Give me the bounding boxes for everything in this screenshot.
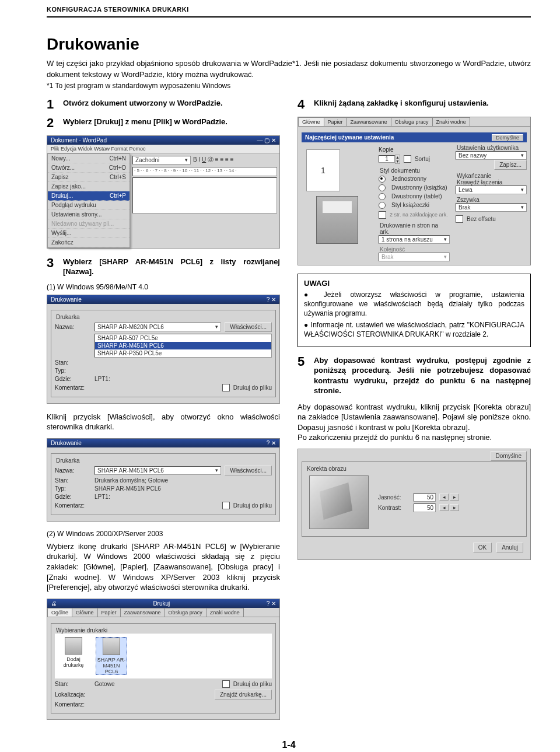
radio-label: Dwustronny (książka) bbox=[391, 184, 447, 191]
komentarz-label: Komentarz: bbox=[55, 502, 91, 509]
printer-icon bbox=[103, 638, 120, 655]
printer-list[interactable]: SHARP AR-507 PCL5e SHARP AR-M451N PCL6 S… bbox=[94, 334, 272, 358]
brightness-buttons[interactable]: ◂▸ bbox=[439, 494, 459, 501]
radio-label: Dwustronny (tablet) bbox=[391, 193, 442, 200]
menu-item[interactable]: Zakończ bbox=[48, 238, 130, 247]
step-5-body: Aby dopasować kontrast wydruku, kliknij … bbox=[298, 402, 531, 443]
radio-onesided[interactable] bbox=[379, 176, 386, 183]
tab-main[interactable]: Główne bbox=[298, 117, 324, 126]
nup-combo[interactable]: 1 strona na arkuszu▾ bbox=[379, 235, 450, 244]
tab-paper[interactable]: Papier bbox=[97, 608, 121, 617]
notes-title: UWAGI bbox=[304, 279, 524, 288]
no-offset-checkbox[interactable] bbox=[456, 215, 463, 223]
user-settings-combo[interactable]: Bez nazwy▾ bbox=[456, 151, 527, 160]
staple-label: Zszywka bbox=[456, 197, 527, 203]
copies-value[interactable]: 1 bbox=[379, 155, 395, 163]
document-area bbox=[132, 177, 277, 214]
binding-edge-combo[interactable]: Lewa▾ bbox=[456, 186, 527, 194]
print-to-file-checkbox[interactable] bbox=[222, 384, 230, 391]
substep-2: (2) W Windows 2000/XP/Server 2003 bbox=[47, 530, 280, 538]
stan-value: Drukarka domyślna; Gotowe bbox=[94, 477, 168, 484]
right-column: 4 Kliknij żądaną zakładkę i skonfiguruj … bbox=[298, 98, 531, 728]
step-text: Kliknij żądaną zakładkę i skonfiguruj us… bbox=[314, 98, 489, 111]
tab-paper[interactable]: Papier bbox=[324, 117, 347, 126]
print-to-file-label: Drukuj do pliku bbox=[233, 681, 272, 687]
stan-label: Stan: bbox=[55, 477, 91, 484]
step-number: 4 bbox=[298, 98, 309, 111]
radio-twosided-tablet[interactable] bbox=[379, 193, 386, 200]
menu-item[interactable]: Wyślij... bbox=[48, 229, 130, 238]
help-close-icons: ? ✕ bbox=[267, 600, 276, 607]
printer-icons: Dodaj drukarkę SHARP AR-M451N PCL6 bbox=[55, 634, 272, 678]
radio-booklet[interactable] bbox=[379, 202, 386, 209]
copies-label: Kopie bbox=[379, 146, 415, 153]
tab-advanced[interactable]: Zaawansowane bbox=[346, 117, 391, 126]
gdzie-label: Gdzie: bbox=[55, 494, 91, 500]
doc-style-label: Styl dokumentu bbox=[379, 167, 450, 174]
defaults-button[interactable]: Domyślne bbox=[492, 134, 523, 141]
font-script-combo[interactable]: Zachodni▾ bbox=[132, 156, 191, 165]
toolbar-icons: B I U ⓓ ≡ ≡ ≡ ≡ bbox=[193, 156, 233, 164]
tab-watermark[interactable]: Znaki wodne bbox=[206, 608, 244, 617]
ok-button[interactable]: OK bbox=[473, 543, 492, 552]
printer-group: Drukarka Nazwa: SHARP AR-M451N PCL6▾ Wła… bbox=[51, 453, 276, 515]
menu-item[interactable]: Podgląd wydruku bbox=[48, 201, 130, 210]
tab-watermark[interactable]: Znaki wodne bbox=[432, 117, 470, 126]
find-printer-button[interactable]: Znajdź drukarkę... bbox=[215, 690, 272, 699]
radio-label: Styl książeczki bbox=[391, 202, 429, 208]
user-settings-label: Ustawienia użytkownika bbox=[456, 145, 527, 151]
tab-jobhandling[interactable]: Obsługa pracy bbox=[391, 117, 433, 126]
nup-checkbox[interactable] bbox=[379, 211, 386, 219]
menu-item-print[interactable]: Drukuj...Ctrl+P bbox=[48, 191, 130, 201]
menu-item[interactable]: Nowy...Ctrl+N bbox=[48, 154, 130, 163]
save-button[interactable]: Zapisz... bbox=[494, 160, 527, 170]
step-5: 5 Aby dopasować kontrast wydruku, postęp… bbox=[298, 355, 531, 396]
order-combo[interactable]: Brak▾ bbox=[379, 253, 450, 261]
image-correction-group: Korekta obrazu Jasność: 50 ◂▸ Kont bbox=[302, 461, 527, 537]
printer-icon-selected[interactable]: SHARP AR-M451N PCL6 bbox=[96, 637, 127, 675]
window-title: Dokument - WordPad bbox=[51, 137, 107, 144]
notes-box: UWAGI Jeżeli otworzysz właściwości w pro… bbox=[298, 274, 531, 347]
file-menu-dropdown: Nowy...Ctrl+N Otwórz...Ctrl+O ZapiszCtrl… bbox=[47, 153, 130, 248]
sort-checkbox[interactable] bbox=[404, 155, 411, 163]
menu-item[interactable]: Niedawno używany pli... bbox=[48, 219, 130, 229]
window-title: Drukuj bbox=[153, 600, 170, 607]
menu-item[interactable]: ZapiszCtrl+S bbox=[48, 173, 130, 182]
copies-spinner[interactable]: 1 ▲▼ bbox=[379, 155, 400, 164]
radio-twosided-book[interactable] bbox=[379, 184, 386, 191]
tab-general[interactable]: Ogólne bbox=[47, 608, 72, 617]
window-title: Drukowanie bbox=[51, 296, 82, 303]
contrast-buttons[interactable]: ◂▸ bbox=[439, 504, 459, 511]
staple-combo[interactable]: Brak▾ bbox=[456, 203, 527, 212]
stan-label: Stan: bbox=[55, 681, 91, 687]
tab-jobhandling[interactable]: Obsługa pracy bbox=[164, 608, 206, 617]
komentarz-label: Komentarz: bbox=[55, 384, 91, 391]
printer-name-combo[interactable]: SHARP AR-M620N PCL6▾ bbox=[94, 323, 221, 331]
gdzie-label: Gdzie: bbox=[55, 376, 91, 382]
printer-option[interactable]: SHARP AR-P350 PCL5e bbox=[95, 349, 271, 357]
tab-main[interactable]: Główne bbox=[72, 608, 98, 617]
note-item: Informacje nt. ustawień we właściwościac… bbox=[304, 320, 524, 339]
print-icon: 🖨 bbox=[51, 600, 57, 607]
window-titlebar: Drukowanie ? ✕ bbox=[47, 439, 279, 447]
brightness-value[interactable]: 50 bbox=[414, 493, 436, 502]
contrast-dialog: Domyślne Korekta obrazu Jasność: 50 ◂▸ bbox=[298, 449, 531, 560]
icon-label: Dodaj drukarkę bbox=[58, 656, 89, 668]
contrast-label: Kontrast: bbox=[378, 505, 410, 511]
add-printer-icon[interactable]: Dodaj drukarkę bbox=[58, 637, 89, 675]
printer-option[interactable]: SHARP AR-507 PCL5e bbox=[95, 334, 271, 342]
menu-item[interactable]: Zapisz jako... bbox=[48, 182, 130, 191]
cancel-button[interactable]: Anuluj bbox=[496, 543, 523, 552]
defaults-button[interactable]: Domyślne bbox=[491, 451, 527, 461]
print-to-file-checkbox[interactable] bbox=[222, 680, 230, 688]
menu-item[interactable]: Ustawienia strony... bbox=[48, 210, 130, 219]
print-to-file-checkbox[interactable] bbox=[222, 502, 230, 509]
printer-name-combo[interactable]: SHARP AR-M451N PCL6▾ bbox=[94, 466, 221, 475]
menu-item[interactable]: Otwórz...Ctrl+O bbox=[48, 163, 130, 173]
properties-button[interactable]: Właściwości... bbox=[225, 466, 272, 475]
step-2: 2 Wybierz [Drukuj] z menu [Plik] w WordP… bbox=[47, 117, 280, 130]
properties-button[interactable]: Właściwości... bbox=[225, 322, 272, 332]
tab-advanced[interactable]: Zaawansowane bbox=[120, 608, 165, 617]
contrast-value[interactable]: 50 bbox=[414, 503, 436, 512]
printer-option-selected[interactable]: SHARP AR-M451N PCL6 bbox=[95, 342, 271, 349]
